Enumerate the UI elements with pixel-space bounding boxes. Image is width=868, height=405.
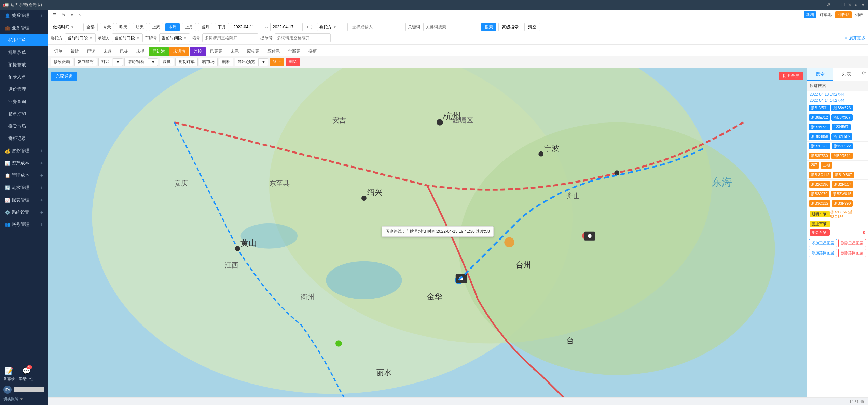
list-button[interactable]: 列表 [853,11,865,18]
adjust-button[interactable]: 结论/解析 [124,58,148,66]
chevron-down-icon[interactable]: ▼ [860,2,865,8]
tab-unlifted[interactable]: 未提 [133,47,148,56]
time-thismonth-btn[interactable]: 当月 [198,23,212,31]
rp-vehicle-v9[interactable]: 浙B2G286 [809,143,830,149]
refresh-btn[interactable]: ↻ [60,12,67,18]
rp-vehicle-v3[interactable]: 浙B8EJ12 [809,114,830,121]
time-lastmonth-btn[interactable]: 上月 [182,23,196,31]
sidebar-item-finance[interactable]: 💰 财务管理 + [0,145,48,157]
home-btn[interactable]: ⌂ [77,12,83,18]
consignor-input[interactable] [350,23,406,31]
sidebar-item-pinjia[interactable]: 拼柜记录 [0,132,48,145]
time-tomorrow-btn[interactable]: 明天 [133,23,147,31]
rp-vehicle-v4[interactable]: 浙B8X367 [831,114,853,121]
tab-done[interactable]: 已调 [83,47,99,56]
sidebar-item-business[interactable]: 💼 业务管理 − [0,22,48,34]
date-from-input[interactable] [231,23,263,31]
time-thisweek-btn[interactable]: 本周 [165,23,180,31]
rp-vehicle-v8[interactable]: 浙B2L562 [831,133,852,140]
message-button[interactable]: 💬 9 消息中心 [19,367,34,381]
schedule-button[interactable]: 调度 [160,58,174,66]
remove-road-button[interactable]: 删除路网图层 [838,249,866,257]
tab-incomplete[interactable]: 未完 [227,47,243,56]
rp-vehicle-v10[interactable]: 浙B3L522 [832,143,853,149]
rp-vehicle-v6[interactable]: 1234567 [832,124,851,130]
search-button[interactable]: 搜索 [481,23,496,31]
consignor-select[interactable]: 委托方 ▼ [317,23,348,31]
rp-tab-search[interactable]: 搜索 [807,68,833,81]
sidebar-plus-settings[interactable]: + [40,209,43,215]
tab-unentered[interactable]: 未进港 [169,47,189,56]
rp-vehicle-v17[interactable]: 浙B2C196 [809,181,830,188]
rp-date-item-1[interactable]: 2022-04-13 14:27:44 [807,91,868,97]
time-yesterday-btn[interactable]: 昨天 [116,23,130,31]
time-today-btn[interactable]: 今天 [100,23,114,31]
rp-vehicle-v18[interactable]: 浙B2H117 [832,181,853,188]
print-button[interactable]: 打印 [98,58,112,66]
adjust-arrow[interactable]: ▼ [148,58,158,66]
rp-vehicle-v5[interactable]: 浙B2N732 [809,124,830,130]
rp-vehicle-v11[interactable]: 浙B3F530 [809,153,830,159]
tab-unscheduled[interactable]: 未调 [100,47,115,56]
sidebar-item-boxprint[interactable]: 箱单打印 [0,108,48,120]
modify-box-button[interactable]: 修改做箱 [51,58,73,66]
export-arrow[interactable]: ▼ [258,58,268,66]
delete-cabinet-button[interactable]: 删柜 [219,58,233,66]
advanced-search-button[interactable]: 高级搜索 [498,23,522,31]
sidebar-item-tuka[interactable]: 托卡订单 [0,34,48,46]
sidebar-item-relation[interactable]: 👤 关系管理 + [0,10,48,22]
maximize-icon[interactable]: ☐ [841,2,845,8]
rp-vehicle-v21[interactable]: 浙B3C112 [809,200,830,207]
tab-lifted[interactable]: 已提 [116,47,132,56]
tab-recent[interactable]: 最近 [67,47,83,56]
rp-vehicle-v2[interactable]: 浙B8V523 [831,105,853,111]
keyword-input[interactable] [423,23,479,31]
sidebar-item-reserve[interactable]: 预录入单 [0,71,48,83]
sidebar-plus-business[interactable]: − [40,25,43,31]
close-icon[interactable]: ✕ [848,2,852,8]
load-channel-button[interactable]: 充应通道 [51,72,77,81]
restore-icon[interactable]: ↺ [826,2,830,8]
rp-date-item-2[interactable]: 2022-04-14 14:27:44 [807,97,868,103]
copy-box-button[interactable]: 复制箱封 [74,58,97,66]
sidebar-plus-finance[interactable]: + [40,148,43,154]
fullscreen-button[interactable]: 切图全屏 [779,72,803,80]
export-button[interactable]: 导出/预览 [235,58,258,66]
sidebar-item-mgmtcost[interactable]: 📋 管理成本 + [0,169,48,182]
rp-refresh-icon[interactable]: ⟳ [860,68,868,81]
switch-account-button[interactable]: 切换账号 ▼ [3,395,44,402]
sidebar-plus-report[interactable]: + [40,197,43,203]
expand-more-button[interactable]: ∨ 展开更多 [844,35,865,41]
rp-vehicle-v15[interactable]: 浙B·3C112 [809,172,831,178]
time-type-select[interactable]: 做箱时间 ▼ [51,23,81,31]
sidebar-plus-assets[interactable]: + [40,160,43,166]
rp-tab-list[interactable]: 列表 [833,68,860,81]
date-to-input[interactable] [270,23,303,31]
tab-should-pay[interactable]: 应付完 [264,47,284,56]
sidebar-item-account[interactable]: 👥 账号管理 + [0,218,48,231]
rp-vehicle-v20[interactable]: 浙BZW615 [831,191,853,197]
sidebar-plus-relation[interactable]: + [40,13,43,18]
rp-vehicle-v1[interactable]: 浙B1V531 [809,105,830,111]
chevron-expand-icon[interactable]: » [855,2,858,8]
time-all-btn[interactable]: 全部 [83,23,98,31]
remove-satellite-button[interactable]: 删除卫星图层 [838,239,866,247]
sidebar-item-bizquery[interactable]: 业务查询 [0,96,48,108]
sidebar-plus-flow[interactable]: + [40,185,43,190]
copy-order-button[interactable]: 复制订单 [175,58,198,66]
box-input[interactable] [202,33,258,42]
tab-all-complete[interactable]: 全部完 [284,47,304,56]
add-button[interactable]: 新增 [804,11,816,18]
rp-vehicle-v13[interactable]: 207 [809,162,819,169]
collapse-btn[interactable]: ☰ [51,12,58,18]
sidebar-plus-mgmtcost[interactable]: + [40,173,43,178]
rp-vehicle-v12[interactable]: 浙B0R511 [831,153,853,159]
back-btn[interactable]: « [69,12,75,18]
minimize-icon[interactable]: — [833,2,838,8]
stop-button[interactable]: 终止 [270,58,284,66]
order-pool-button[interactable]: 订单池 [817,11,834,18]
tab-monitor[interactable]: 监控 [190,47,206,56]
memo-button[interactable]: 📝 备忘录 [3,367,15,381]
tab-entered[interactable]: 已进港 [149,47,169,56]
sidebar-item-flow[interactable]: 🔄 流水管理 + [0,182,48,194]
